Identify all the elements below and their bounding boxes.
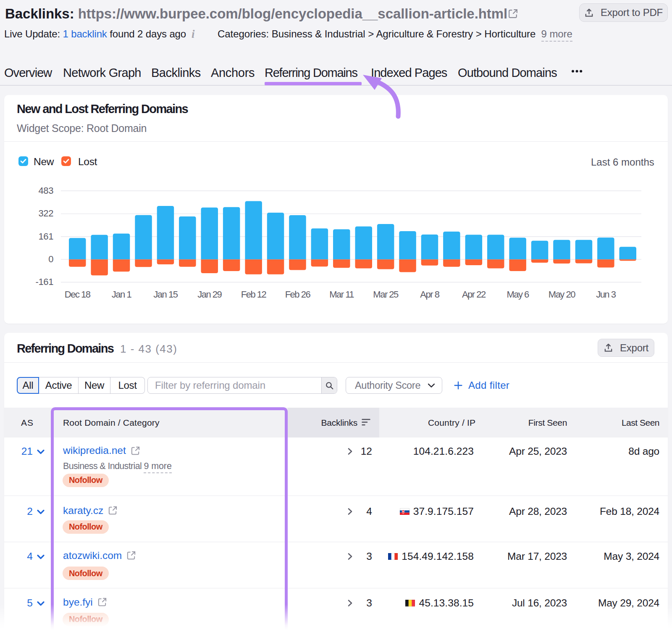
svg-text:Jan 1: Jan 1	[112, 289, 132, 300]
svg-text:-161: -161	[36, 277, 54, 287]
svg-text:483: 483	[38, 185, 53, 196]
svg-text:Feb 26: Feb 26	[285, 289, 311, 300]
svg-text:Jun 3: Jun 3	[596, 289, 616, 300]
svg-text:322: 322	[38, 208, 53, 219]
svg-text:Apr 22: Apr 22	[462, 289, 486, 300]
svg-text:Jan 29: Jan 29	[197, 289, 222, 300]
svg-text:Feb 12: Feb 12	[241, 289, 267, 300]
svg-text:May 6: May 6	[507, 289, 529, 300]
svg-text:Mar 25: Mar 25	[373, 289, 399, 300]
svg-text:161: 161	[38, 231, 53, 242]
svg-text:May 20: May 20	[549, 289, 575, 300]
svg-text:0: 0	[48, 254, 53, 264]
svg-text:Mar 11: Mar 11	[329, 289, 354, 300]
svg-text:Jan 15: Jan 15	[153, 289, 178, 300]
svg-text:Apr 8: Apr 8	[420, 289, 439, 300]
svg-text:Dec 18: Dec 18	[65, 289, 91, 300]
